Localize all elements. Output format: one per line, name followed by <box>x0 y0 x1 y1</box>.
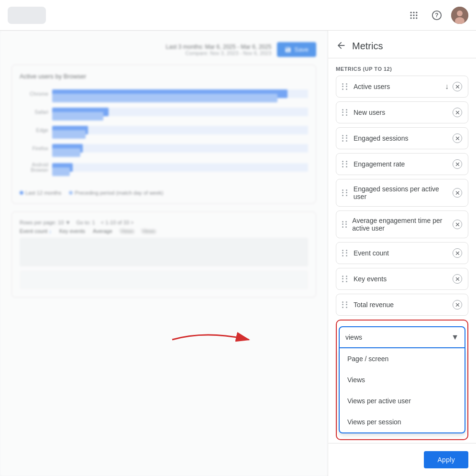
date-primary: Last 3 months: Mar 6, 2025 - Mar 6, 2025 <box>166 44 272 50</box>
metric-item-new-users: New users ✕ <box>336 101 468 123</box>
metric-item-left: Average engagement time per active user <box>342 217 453 232</box>
metric-item-left: Event count <box>342 249 389 257</box>
metric-item-right: ✕ <box>453 248 462 258</box>
main-layout: Last 3 months: Mar 6, 2025 - Mar 6, 2025… <box>0 31 476 476</box>
dropdown-item-views-per-session[interactable]: Views per session <box>340 411 465 432</box>
metric-item-engaged-sessions-per-user: Engaged sessions per active user ✕ <box>336 179 468 207</box>
remove-button[interactable]: ✕ <box>453 108 462 117</box>
metric-item-left: New users <box>342 109 385 116</box>
header-actions: ? <box>405 7 468 24</box>
svg-point-2 <box>416 11 417 13</box>
metric-item-left: Engagement rate <box>342 160 405 168</box>
back-button[interactable] <box>336 40 346 52</box>
metric-name: Engaged sessions per active user <box>354 185 453 200</box>
metrics-section-label: METRICS (UP TO 12) <box>336 58 468 76</box>
panel-header: Metrics <box>328 31 476 58</box>
metric-item-left: Active users <box>342 83 390 90</box>
bar-label: Safari <box>20 109 48 115</box>
svg-text:?: ? <box>435 12 438 19</box>
dropdown-item-views[interactable]: Views <box>340 369 465 390</box>
bar-row: Safari <box>20 108 308 116</box>
save-button[interactable]: Save <box>277 42 316 57</box>
metric-name: Engagement rate <box>354 160 405 168</box>
remove-button[interactable]: ✕ <box>453 82 462 91</box>
remove-button[interactable]: ✕ <box>453 133 462 143</box>
panel-title: Metrics <box>352 41 383 52</box>
drag-handle[interactable] <box>342 161 349 167</box>
left-content: Last 3 months: Mar 6, 2025 - Mar 6, 2025… <box>0 31 328 476</box>
user-avatar[interactable] <box>451 7 468 24</box>
sort-icon[interactable]: ↓ <box>445 82 449 91</box>
remove-button[interactable]: ✕ <box>453 159 462 169</box>
metric-item-left: Engaged sessions <box>342 134 408 142</box>
dropdown-item-page-screen[interactable]: Page / screen <box>340 348 465 369</box>
metric-name: Total revenue <box>354 301 394 309</box>
remove-button[interactable]: ✕ <box>453 188 462 198</box>
chart-title: Active users by Browser <box>20 73 308 80</box>
bar-track <box>52 108 308 116</box>
drag-handle[interactable] <box>342 135 349 142</box>
bar-fill-secondary <box>52 112 103 121</box>
metric-name: Average engagement time per active user <box>352 217 453 232</box>
date-secondary: Compare: Nov 3, 2023 - Nov 6, 2023 <box>166 50 272 56</box>
remove-button[interactable]: ✕ <box>453 248 462 258</box>
svg-point-1 <box>413 11 414 13</box>
bar-track <box>52 144 308 153</box>
metric-item-event-count: Event count ✕ <box>336 242 468 264</box>
metric-item-right: ↓ ✕ <box>445 82 462 91</box>
drag-handle[interactable] <box>342 276 349 282</box>
bar-fill-secondary <box>52 167 70 176</box>
metric-item-total-revenue: Total revenue ✕ <box>336 294 468 316</box>
dropdown-item-views-per-active-user[interactable]: Views per active user <box>340 390 465 411</box>
apply-button[interactable]: Apply <box>424 451 468 468</box>
metric-name: Key events <box>354 275 387 283</box>
panel-body: METRICS (UP TO 12) Active users ↓ ✕ <box>328 58 476 443</box>
metric-item-right: ✕ <box>453 220 462 229</box>
bar-label: Chrome <box>20 91 48 97</box>
grid-icon[interactable] <box>405 7 422 24</box>
drag-handle[interactable] <box>342 250 349 256</box>
drag-handle[interactable] <box>342 301 349 308</box>
metric-name: Event count <box>354 249 389 257</box>
metric-item-right: ✕ <box>453 108 462 117</box>
svg-point-6 <box>410 17 412 19</box>
help-icon[interactable]: ? <box>428 7 445 24</box>
metric-item-right: ✕ <box>453 300 462 310</box>
bar-label: Firefox <box>20 145 48 151</box>
header: ? <box>0 0 476 31</box>
table-section: Rows per page: 10 ▼ Go to: 1 < 1-10 of 3… <box>11 211 316 298</box>
metric-item-active-users: Active users ↓ ✕ <box>336 76 468 98</box>
bar-row: Edge <box>20 126 308 134</box>
drag-handle[interactable] <box>342 221 347 228</box>
metric-name: Active users <box>354 83 390 90</box>
drag-handle[interactable] <box>342 83 349 90</box>
metric-item-engagement-rate: Engagement rate ✕ <box>336 153 468 175</box>
bar-row: Firefox <box>20 144 308 153</box>
svg-point-3 <box>410 14 412 16</box>
dropdown-menu: Page / screen Views Views per active use… <box>339 348 465 433</box>
metric-item-left: Key events <box>342 275 387 283</box>
remove-button[interactable]: ✕ <box>453 300 462 310</box>
metric-item-key-events: Key events ✕ <box>336 268 468 290</box>
drag-handle[interactable] <box>342 189 349 196</box>
svg-point-0 <box>410 11 412 13</box>
dropdown-highlight-box: views ▼ Page / screen Views Views per ac… <box>336 320 468 440</box>
bar-row: Android Browser <box>20 162 308 173</box>
metric-item-left: Total revenue <box>342 301 394 309</box>
metric-name: New users <box>354 109 385 116</box>
metric-item-avg-engagement-time: Average engagement time per active user … <box>336 210 468 238</box>
svg-point-5 <box>416 14 417 16</box>
dropdown-value: views <box>345 333 362 341</box>
dropdown-trigger[interactable]: views ▼ <box>339 326 465 348</box>
bar-track <box>52 89 308 98</box>
remove-button[interactable]: ✕ <box>453 274 462 284</box>
metric-item-right: ✕ <box>453 188 462 198</box>
legend-dot-2 <box>69 191 73 195</box>
legend-item-1: Last 12 months <box>20 190 61 196</box>
dropdown-section: views ▼ Page / screen Views Views per ac… <box>339 326 465 433</box>
drag-handle[interactable] <box>342 109 349 116</box>
bar-track <box>52 126 308 134</box>
remove-button[interactable]: ✕ <box>453 220 462 229</box>
metric-item-left: Engaged sessions per active user <box>342 185 453 200</box>
date-bar: Last 3 months: Mar 6, 2025 - Mar 6, 2025… <box>11 38 316 57</box>
